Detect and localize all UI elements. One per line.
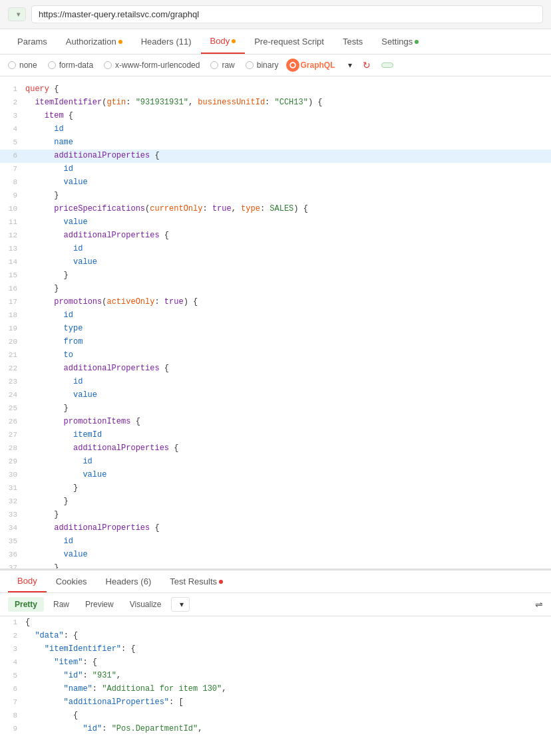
format-chevron-icon: ▾ bbox=[180, 600, 184, 609]
autofetch-button[interactable]: ▾ bbox=[345, 61, 352, 70]
query-line-37: 37 } bbox=[0, 562, 551, 568]
query-line-22: 22 additionalProperties { bbox=[0, 362, 551, 376]
response-line-1: 1{ bbox=[0, 616, 551, 630]
line-content: additionalProperties { bbox=[25, 362, 551, 375]
line-number: 28 bbox=[0, 442, 25, 455]
query-line-16: 16 } bbox=[0, 283, 551, 296]
radio-binary[interactable]: binary bbox=[246, 61, 279, 70]
authorization-dot bbox=[118, 40, 122, 44]
btab-testresults-label: Test Results bbox=[170, 576, 217, 586]
response-line-number: 7 bbox=[0, 696, 25, 709]
refresh-icon[interactable]: ↻ bbox=[363, 60, 371, 70]
resp-tab-pretty[interactable]: Pretty bbox=[8, 597, 44, 612]
radio-graphql[interactable]: GraphQL bbox=[289, 61, 335, 70]
query-line-15: 15 } bbox=[0, 269, 551, 283]
radio-raw-circle bbox=[210, 61, 218, 69]
query-line-28: 28 additionalProperties { bbox=[0, 442, 551, 455]
tab-prerequest-label: Pre-request Script bbox=[254, 37, 324, 47]
tab-authorization[interactable]: Authorization bbox=[57, 30, 132, 53]
query-line-2: 2 itemIdentifier(gtin: "931931931", busi… bbox=[0, 96, 551, 110]
radio-graphql-label: GraphQL bbox=[300, 61, 335, 70]
btab-body[interactable]: Body bbox=[8, 570, 47, 592]
query-editor[interactable]: 1query {2 itemIdentifier(gtin: "93193193… bbox=[0, 83, 551, 568]
body-dot bbox=[232, 39, 236, 43]
line-content: type bbox=[25, 322, 551, 335]
line-number: 26 bbox=[0, 416, 25, 428]
tab-tests[interactable]: Tests bbox=[333, 30, 372, 53]
line-content: } bbox=[25, 562, 551, 568]
line-number: 29 bbox=[0, 455, 25, 468]
line-number: 9 bbox=[0, 189, 25, 202]
query-line-3: 3 item { bbox=[0, 110, 551, 123]
format-select[interactable]: ▾ bbox=[171, 597, 190, 612]
line-content: } bbox=[25, 482, 551, 495]
query-line-36: 36 value bbox=[0, 549, 551, 562]
line-content: additionalProperties { bbox=[25, 522, 551, 535]
radio-raw-label: raw bbox=[222, 61, 234, 70]
query-line-29: 29 id bbox=[0, 455, 551, 469]
line-content: id bbox=[25, 163, 551, 176]
line-content: value bbox=[25, 256, 551, 269]
line-content: additionalProperties { bbox=[25, 442, 551, 455]
line-content: value bbox=[25, 549, 551, 561]
radio-formdata-label: form-data bbox=[59, 61, 93, 70]
btab-headers[interactable]: Headers (6) bbox=[96, 571, 161, 592]
query-line-24: 24 value bbox=[0, 389, 551, 402]
tab-settings[interactable]: Settings bbox=[372, 30, 428, 53]
tab-authorization-label: Authorization bbox=[66, 37, 116, 47]
line-number: 24 bbox=[0, 389, 25, 402]
query-line-20: 20 from bbox=[0, 336, 551, 349]
btab-cookies[interactable]: Cookies bbox=[47, 571, 96, 592]
resp-tab-raw[interactable]: Raw bbox=[47, 597, 76, 612]
line-content: id bbox=[25, 309, 551, 322]
radio-binary-circle bbox=[246, 61, 254, 69]
btab-testresults[interactable]: Test Results bbox=[160, 571, 232, 592]
line-number: 23 bbox=[0, 376, 25, 388]
radio-raw[interactable]: raw bbox=[210, 61, 234, 70]
radio-none[interactable]: none bbox=[8, 61, 37, 70]
line-content: name bbox=[25, 136, 551, 149]
response-line-content: "itemIdentifier": { bbox=[25, 643, 551, 656]
tab-tests-label: Tests bbox=[343, 37, 363, 47]
query-line-19: 19 type bbox=[0, 322, 551, 336]
line-number: 25 bbox=[0, 402, 25, 415]
radio-urlencoded[interactable]: x-www-form-urlencoded bbox=[104, 61, 200, 70]
btab-headers-label: Headers (6) bbox=[106, 576, 152, 586]
tab-body-label: Body bbox=[210, 36, 230, 46]
line-number: 16 bbox=[0, 283, 25, 295]
tab-params[interactable]: Params bbox=[8, 30, 57, 53]
resp-tab-preview[interactable]: Preview bbox=[79, 597, 120, 612]
line-number: 5 bbox=[0, 136, 25, 149]
line-number: 19 bbox=[0, 322, 25, 335]
line-number: 18 bbox=[0, 309, 25, 322]
query-section: 1query {2 itemIdentifier(gtin: "93193193… bbox=[0, 76, 551, 570]
tab-settings-label: Settings bbox=[381, 37, 413, 47]
line-number: 13 bbox=[0, 243, 25, 255]
query-line-10: 10 priceSpecifications(currentOnly: true… bbox=[0, 203, 551, 216]
response-line-number: 2 bbox=[0, 630, 25, 642]
tab-prerequest[interactable]: Pre-request Script bbox=[245, 30, 333, 53]
query-line-27: 27 itemId bbox=[0, 429, 551, 442]
response-line-number: 1 bbox=[0, 616, 25, 629]
tab-body[interactable]: Body bbox=[201, 29, 246, 54]
query-line-31: 31 } bbox=[0, 482, 551, 495]
line-number: 8 bbox=[0, 176, 25, 189]
response-line-number: 4 bbox=[0, 656, 25, 669]
query-line-14: 14 value bbox=[0, 256, 551, 269]
line-number: 22 bbox=[0, 362, 25, 375]
response-line-6: 6 "name": "Additional for item 130", bbox=[0, 683, 551, 696]
radio-formdata-circle bbox=[48, 61, 56, 69]
tab-headers[interactable]: Headers (11) bbox=[132, 30, 201, 53]
line-content: } bbox=[25, 495, 551, 508]
sort-icon[interactable]: ⇌ bbox=[535, 599, 543, 610]
method-dropdown-icon[interactable]: ▾ bbox=[17, 11, 20, 18]
query-line-32: 32 } bbox=[0, 495, 551, 509]
resp-tab-visualize[interactable]: Visualize bbox=[123, 597, 168, 612]
line-content: id bbox=[25, 455, 551, 468]
response-line-content: "id": "Pos.DepartmentId", bbox=[25, 723, 551, 735]
response-line-content: "additionalProperties": [ bbox=[25, 696, 551, 709]
url-input[interactable] bbox=[31, 5, 543, 23]
method-badge[interactable]: ▾ bbox=[8, 7, 26, 21]
line-number: 21 bbox=[0, 349, 25, 362]
radio-formdata[interactable]: form-data bbox=[48, 61, 93, 70]
